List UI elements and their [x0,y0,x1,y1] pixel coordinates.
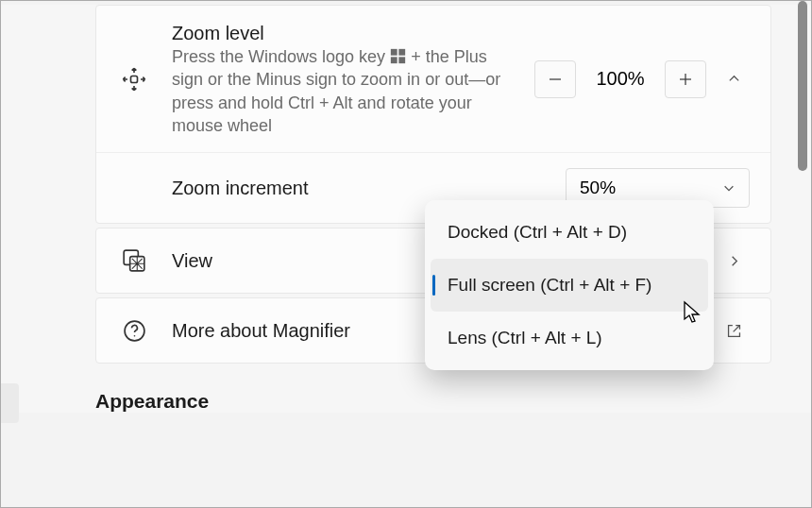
zoom-value: 100% [587,68,653,90]
chevron-down-icon [722,181,736,195]
card-zoom: Zoom level Press the Windows logo key + … [95,5,771,224]
menu-item-fullscreen[interactable]: Full screen (Ctrl + Alt + F) [431,259,708,312]
collapse-button[interactable] [718,72,750,86]
zoom-level-desc: Press the Windows logo key + the Plus si… [172,45,502,137]
windows-logo-icon [390,48,406,64]
appearance-heading: Appearance [95,390,796,413]
zoom-increment-title: Zoom increment [172,176,566,200]
svg-rect-0 [131,76,138,82]
cursor-icon [683,300,702,325]
svg-rect-4 [398,57,405,63]
help-icon [117,319,151,343]
nav-stub [0,383,19,423]
zoom-move-icon [117,66,151,93]
zoom-increment-value: 50% [580,178,616,198]
svg-rect-1 [391,49,398,56]
chevron-right-icon [718,254,750,268]
view-dropdown-menu: Docked (Ctrl + Alt + D) Full screen (Ctr… [425,200,714,370]
svg-rect-2 [398,49,405,56]
zoom-out-button[interactable] [534,60,576,98]
scrollbar[interactable] [798,1,807,171]
menu-item-lens[interactable]: Lens (Ctrl + Alt + L) [431,312,708,364]
row-zoom-level: Zoom level Press the Windows logo key + … [96,6,770,152]
zoom-desc-before: Press the Windows logo key [172,47,390,66]
menu-item-docked[interactable]: Docked (Ctrl + Alt + D) [431,206,708,259]
svg-rect-3 [391,57,398,63]
external-link-icon [718,323,750,339]
svg-point-11 [133,335,135,337]
view-icon [117,248,151,273]
zoom-level-title: Zoom level [172,21,534,45]
zoom-in-button[interactable] [665,60,706,98]
